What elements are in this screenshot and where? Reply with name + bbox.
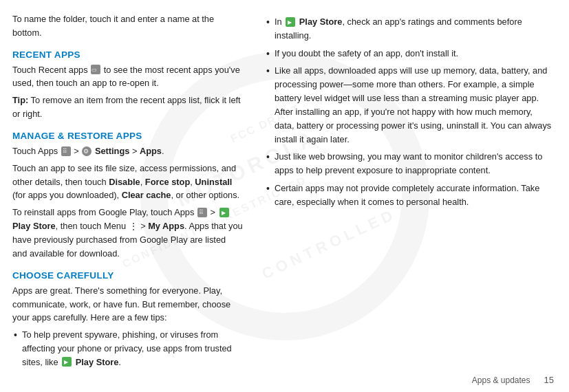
right-bullet-1: In Play Store, check an app's ratings an… <box>265 15 554 43</box>
left-column: To name the folder, touch it and enter a… <box>0 0 258 392</box>
menu-icon: ⋮ <box>129 220 138 233</box>
right-column: In Play Store, check an app's ratings an… <box>258 0 569 392</box>
settings-icon <box>82 146 92 156</box>
right-bullet-3: Like all apps, downloaded apps will use … <box>265 64 554 146</box>
list-item-1: To help prevent spyware, phishing, or vi… <box>12 328 243 369</box>
manage-restore-title: MANAGE & RESTORE APPS <box>12 131 243 141</box>
recent-apps-tip: Tip: To remove an item from the recent a… <box>12 94 243 121</box>
intro-text: To name the folder, touch it and enter a… <box>12 12 243 40</box>
manage-restore-body2: Touch an app to see its file size, acces… <box>12 162 243 202</box>
recent-apps-icon <box>91 65 100 74</box>
apps-icon-2 <box>197 208 207 217</box>
play-store-icon-1 <box>219 208 229 217</box>
right-bullet-list: In Play Store, check an app's ratings an… <box>265 15 554 209</box>
footer: Apps & updates 15 <box>472 375 554 385</box>
recent-apps-title: RECENT APPS <box>12 50 243 60</box>
play-store-icon-3 <box>286 17 295 27</box>
choose-carefully-list: To help prevent spyware, phishing, or vi… <box>12 328 243 369</box>
recent-apps-body: Touch Recent apps to see the most recent… <box>12 63 243 91</box>
right-bullet-5: Certain apps may not provide completely … <box>265 182 554 209</box>
play-store-icon-2 <box>62 357 72 367</box>
manage-restore-body1: Touch Apps > Settings > Apps. <box>12 144 243 158</box>
tip-label: Tip: <box>12 95 28 105</box>
footer-label: Apps & updates <box>472 375 530 385</box>
choose-carefully-intro: Apps are great. There's something for ev… <box>12 284 243 325</box>
manage-restore-body3: To reinstall apps from Google Play, touc… <box>12 206 243 260</box>
right-bullet-2: If you doubt the safety of an app, don't… <box>265 47 554 61</box>
footer-page-number: 15 <box>544 375 554 385</box>
choose-carefully-title: CHOOSE CAREFULLY <box>12 270 243 281</box>
right-bullet-4: Just like web browsing, you may want to … <box>265 150 554 177</box>
apps-icon-1 <box>61 146 71 156</box>
